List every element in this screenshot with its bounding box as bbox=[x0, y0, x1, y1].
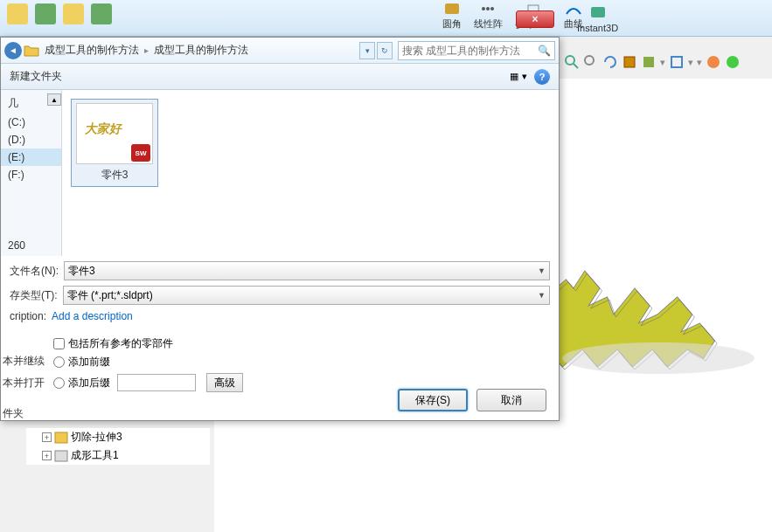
svg-rect-11 bbox=[671, 57, 682, 67]
save-button[interactable]: 保存(S) bbox=[398, 389, 468, 411]
description-link[interactable]: Add a description bbox=[52, 310, 133, 322]
breadcrumb-segment[interactable]: 成型工具的制作方法 bbox=[41, 43, 143, 58]
location-sidebar: ▲ 几 (C:) (D:) (E:) (F:) 260 bbox=[1, 90, 62, 256]
save-dialog: ◄ 成型工具的制作方法 ▸ 成型工具的制作方法 ▾ ↻ 🔍 新建文件夹 ▦ ▾ … bbox=[0, 37, 560, 421]
search-icon[interactable]: 🔍 bbox=[538, 45, 551, 57]
filename-input[interactable]: 零件3 ▼ bbox=[64, 261, 550, 280]
breadcrumb-separator: ▸ bbox=[144, 45, 149, 55]
sidebar-drive-e[interactable]: (E:) bbox=[1, 149, 61, 166]
refresh-button[interactable]: ↻ bbox=[377, 42, 393, 59]
svg-line-7 bbox=[574, 64, 578, 68]
view-mode-button[interactable]: ▦ ▾ bbox=[508, 68, 529, 86]
cancel-button[interactable]: 取消 bbox=[476, 389, 546, 411]
toolbar-icon[interactable] bbox=[7, 3, 28, 24]
search-input[interactable] bbox=[402, 45, 538, 57]
svg-rect-16 bbox=[55, 451, 67, 461]
suffix-label: 添加后缀 bbox=[68, 376, 110, 390]
svg-rect-15 bbox=[55, 432, 67, 443]
zoom-icon[interactable] bbox=[564, 54, 580, 70]
expand-icon[interactable]: + bbox=[42, 432, 52, 442]
breadcrumb-dropdown[interactable]: ▾ bbox=[359, 42, 375, 59]
scene-icon[interactable] bbox=[725, 54, 741, 70]
filetype-select[interactable]: 零件 (*.prt;*.sldprt) ▼ bbox=[63, 286, 550, 305]
ribbon-labels: 圆角 线性阵 参考几... 曲线 bbox=[437, 0, 588, 32]
expand-icon[interactable]: + bbox=[42, 451, 52, 460]
view-toolbar: ▾ ▾ ▾ bbox=[564, 54, 741, 70]
svg-rect-10 bbox=[643, 57, 654, 67]
svg-point-13 bbox=[727, 56, 739, 68]
ribbon-fillet[interactable]: 圆角 bbox=[437, 0, 467, 32]
sidebar-drive-c[interactable]: (C:) bbox=[1, 114, 61, 131]
view-cube-icon[interactable] bbox=[622, 54, 637, 70]
svg-point-3 bbox=[490, 7, 494, 10]
breadcrumb-bar: ◄ 成型工具的制作方法 ▸ 成型工具的制作方法 ▾ ↻ 🔍 bbox=[1, 38, 559, 64]
file-thumbnail: 大家好 SW bbox=[76, 103, 153, 164]
appearance-icon[interactable] bbox=[706, 54, 721, 70]
left-edge-labels: 本并继续 本并打开 件夹 bbox=[3, 291, 45, 428]
svg-point-6 bbox=[566, 56, 574, 65]
include-refs-checkbox[interactable] bbox=[53, 338, 65, 349]
filename-label: 文件名(N): bbox=[10, 264, 59, 279]
feature-tree: + 切除-拉伸3 + 成形工具1 bbox=[26, 428, 210, 465]
file-item[interactable]: 大家好 SW 零件3 bbox=[71, 99, 158, 187]
display-icon[interactable] bbox=[669, 54, 685, 70]
file-list[interactable]: 大家好 SW 零件3 bbox=[62, 90, 559, 256]
tree-item-cut[interactable]: + 切除-拉伸3 bbox=[26, 428, 210, 446]
sidebar-drive-d[interactable]: (D:) bbox=[1, 131, 61, 149]
svg-point-14 bbox=[562, 342, 755, 374]
svg-rect-0 bbox=[445, 3, 459, 14]
back-button[interactable]: ◄ bbox=[4, 42, 22, 59]
svg-point-8 bbox=[585, 56, 594, 65]
solidworks-badge-icon: SW bbox=[131, 144, 150, 162]
prefix-label: 添加前缀 bbox=[68, 355, 110, 370]
sidebar-scroll-up[interactable]: ▲ bbox=[47, 93, 61, 106]
section-icon[interactable] bbox=[641, 54, 657, 70]
search-box[interactable]: 🔍 bbox=[398, 41, 555, 60]
svg-point-12 bbox=[707, 56, 720, 68]
form-tool-icon bbox=[54, 450, 68, 462]
toolbar-icon[interactable] bbox=[91, 3, 112, 24]
dropdown-icon[interactable]: ▼ bbox=[538, 291, 546, 300]
prefix-radio[interactable] bbox=[53, 356, 65, 368]
advanced-button[interactable]: 高级 bbox=[206, 373, 243, 392]
svg-point-2 bbox=[486, 7, 490, 10]
sidebar-drive-f[interactable]: (F:) bbox=[1, 166, 61, 183]
svg-rect-5 bbox=[591, 7, 605, 17]
model-preview bbox=[536, 210, 755, 384]
instant3d-button[interactable]: Instant3D bbox=[577, 3, 618, 33]
toolbar-icon[interactable] bbox=[35, 3, 56, 24]
sidebar-footer: 260 bbox=[1, 237, 32, 254]
folder-icon bbox=[24, 44, 39, 58]
suffix-radio[interactable] bbox=[53, 377, 65, 389]
ribbon-pattern[interactable]: 线性阵 bbox=[469, 0, 508, 32]
toolbar-icon[interactable] bbox=[63, 3, 84, 24]
dropdown-icon[interactable]: ▼ bbox=[538, 266, 546, 275]
include-refs-label: 包括所有参考的零部件 bbox=[68, 336, 173, 351]
breadcrumb-segment[interactable]: 成型工具的制作方法 bbox=[150, 43, 252, 58]
dialog-toolbar: 新建文件夹 ▦ ▾ ? bbox=[1, 64, 559, 90]
help-button[interactable]: ? bbox=[534, 69, 550, 85]
svg-point-1 bbox=[482, 7, 485, 10]
tree-item-form[interactable]: + 成形工具1 bbox=[26, 446, 210, 465]
new-folder-button[interactable]: 新建文件夹 bbox=[10, 69, 62, 84]
suffix-input[interactable] bbox=[117, 374, 196, 391]
file-label: 零件3 bbox=[75, 168, 154, 183]
cut-extrude-icon bbox=[54, 432, 68, 444]
close-button[interactable]: × bbox=[516, 10, 554, 28]
rotate-icon[interactable] bbox=[602, 54, 618, 70]
svg-rect-9 bbox=[624, 57, 635, 67]
zoom-fit-icon[interactable] bbox=[583, 54, 599, 70]
